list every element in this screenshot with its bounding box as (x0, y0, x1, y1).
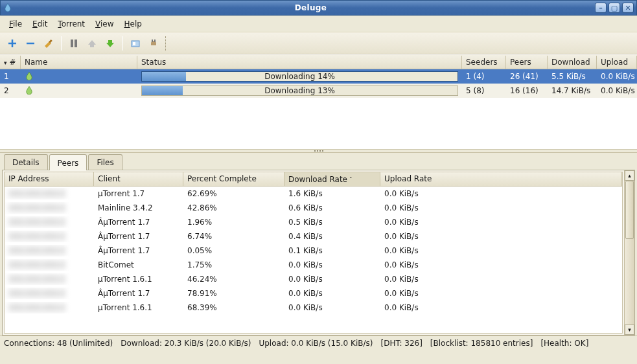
torrent-row[interactable]: 2Downloading 13%5 (8)16 (16)14.7 KiB/s0.… (0, 84, 637, 98)
torrent-name (21, 70, 137, 84)
peer-percent: 78.91% (183, 288, 284, 299)
details-tabs: Details Peers Files (0, 153, 637, 170)
minimize-button[interactable]: – (595, 3, 607, 13)
peers-panel: IP Address Client Percent Complete Downl… (2, 170, 635, 336)
peer-upload-rate: 0.0 KiB/s (380, 231, 622, 242)
peer-list: IP Address Client Percent Complete Downl… (4, 172, 623, 334)
progress-label: Downloading 13% (264, 86, 335, 95)
peer-client: BitComet (94, 259, 183, 271)
peer-ip: 000.000.000.0 (5, 245, 94, 256)
scroll-thumb[interactable] (625, 181, 634, 239)
menu-view[interactable]: View (90, 17, 119, 30)
peer-client: ÂµTorrent 1.7 (94, 231, 183, 242)
add-torrent-button[interactable] (4, 35, 21, 52)
peer-row[interactable]: 000.000.000.0ÂµTorrent 1.778.91%0.0 KiB/… (5, 286, 622, 301)
peer-row[interactable]: 000.000.000.0Mainline 3.4.242.86%0.6 KiB… (5, 201, 622, 215)
scroll-up-button[interactable]: ▴ (625, 170, 634, 181)
plug-icon (148, 38, 159, 49)
peer-row[interactable]: 000.000.000.0ÂµTorrent 1.70.05%0.1 KiB/s… (5, 244, 622, 258)
vertical-scrollbar[interactable]: ▴ ▾ (624, 170, 634, 335)
statusbar: Connections: 48 (Unlimited) Download: 20… (0, 336, 637, 350)
peer-client: µTorrent 1.6.1 (94, 302, 183, 313)
peer-percent: 1.75% (183, 259, 284, 271)
torrent-columns: ▾# Name Status Seeders Peers Download Up… (0, 55, 637, 69)
col-name[interactable]: Name (21, 56, 137, 69)
col-download-rate[interactable]: Download Rate˄ (284, 172, 380, 186)
tab-details[interactable]: Details (4, 154, 48, 170)
close-button[interactable]: ✕ (622, 3, 634, 13)
torrent-num: 1 (0, 71, 21, 82)
peer-columns: IP Address Client Percent Complete Downl… (5, 172, 622, 187)
status-blocklist: [Blocklist: 185810 entries] (430, 339, 533, 348)
col-percent[interactable]: Percent Complete (183, 172, 284, 186)
peer-ip: 000.000.000.0 (5, 259, 94, 271)
menu-torrent[interactable]: Torrent (52, 17, 90, 30)
torrent-icon (25, 71, 34, 80)
peer-download-rate: 1.6 KiB/s (284, 188, 380, 199)
torrent-status: Downloading 14% (137, 70, 462, 83)
peer-client: Mainline 3.4.2 (94, 202, 183, 214)
col-num[interactable]: ▾# (0, 56, 21, 69)
progress-bar: Downloading 14% (141, 71, 458, 82)
tab-peers[interactable]: Peers (49, 154, 87, 170)
status-download[interactable]: Download: 20.3 KiB/s (20.0 KiB/s) (121, 339, 251, 348)
col-client[interactable]: Client (94, 172, 183, 186)
menu-edit[interactable]: Edit (27, 17, 52, 30)
progress-bar: Downloading 13% (141, 85, 458, 96)
peer-percent: 6.74% (183, 231, 284, 242)
minus-icon (25, 38, 36, 49)
toolbar (0, 32, 637, 54)
col-seeders[interactable]: Seeders (462, 56, 506, 69)
tab-files[interactable]: Files (88, 154, 122, 170)
move-up-button[interactable] (84, 35, 100, 52)
preferences-button[interactable] (127, 35, 144, 52)
col-upload-rate[interactable]: Upload Rate (380, 172, 622, 186)
window-title: Deluge (27, 3, 595, 12)
peer-download-rate: 0.1 KiB/s (284, 245, 380, 256)
menu-file[interactable]: File (4, 17, 27, 30)
pause-button[interactable] (65, 35, 82, 52)
peer-row[interactable]: 000.000.000.0µTorrent 1.762.69%1.6 KiB/s… (5, 187, 622, 201)
col-status[interactable]: Status (137, 56, 462, 69)
plugins-button[interactable] (145, 35, 162, 52)
torrent-upload: 0.0 KiB/s (597, 85, 637, 97)
peer-download-rate: 0.0 KiB/s (284, 273, 380, 285)
col-peers[interactable]: Peers (506, 56, 548, 69)
peer-row[interactable]: 000.000.000.0µTorrent 1.6.146.24%0.0 KiB… (5, 272, 622, 286)
menu-help[interactable]: Help (119, 17, 147, 30)
app-icon (3, 3, 12, 14)
col-download[interactable]: Download (548, 56, 597, 69)
peer-upload-rate: 0.0 KiB/s (380, 202, 622, 214)
peer-row[interactable]: 000.000.000.0ÂµTorrent 1.76.74%0.4 KiB/s… (5, 229, 622, 244)
clear-button[interactable] (40, 35, 57, 52)
move-down-button[interactable] (102, 35, 119, 52)
peer-row[interactable]: 000.000.000.0BitComet1.75%0.0 KiB/s0.0 K… (5, 258, 622, 272)
peer-client: ÂµTorrent 1.7 (94, 216, 183, 228)
svg-rect-1 (71, 40, 73, 47)
peer-percent: 46.24% (183, 273, 284, 285)
peer-row[interactable]: 000.000.000.0µTorrent 1.6.168.39%0.0 KiB… (5, 301, 622, 315)
torrent-row[interactable]: 1Downloading 14%1 (4)26 (41)5.5 KiB/s0.0… (0, 69, 637, 84)
col-ip[interactable]: IP Address (5, 172, 94, 186)
peer-ip: 000.000.000.0 (5, 216, 94, 228)
toolbar-handle[interactable] (165, 36, 168, 51)
maximize-button[interactable]: ▢ (608, 3, 620, 13)
status-upload[interactable]: Upload: 0.0 KiB/s (15.0 KiB/s) (259, 339, 373, 348)
peer-download-rate: 0.4 KiB/s (284, 231, 380, 242)
separator (61, 36, 62, 51)
status-connections[interactable]: Connections: 48 (Unlimited) (4, 339, 113, 348)
peer-percent: 42.86% (183, 202, 284, 214)
peer-ip: 000.000.000.0 (5, 188, 94, 199)
peer-ip: 000.000.000.0 (5, 202, 94, 214)
broom-icon (43, 38, 54, 49)
peer-upload-rate: 0.0 KiB/s (380, 245, 622, 256)
torrent-list: ▾# Name Status Seeders Peers Download Up… (0, 54, 637, 149)
peer-row[interactable]: 000.000.000.0ÂµTorrent 1.71.96%0.5 KiB/s… (5, 215, 622, 229)
down-arrow-icon (105, 38, 115, 49)
col-upload[interactable]: Upload (597, 56, 637, 69)
remove-torrent-button[interactable] (22, 35, 39, 52)
peer-percent: 68.39% (183, 302, 284, 313)
scroll-down-button[interactable]: ▾ (625, 324, 634, 335)
separator (122, 36, 123, 51)
torrent-num: 2 (0, 85, 21, 97)
